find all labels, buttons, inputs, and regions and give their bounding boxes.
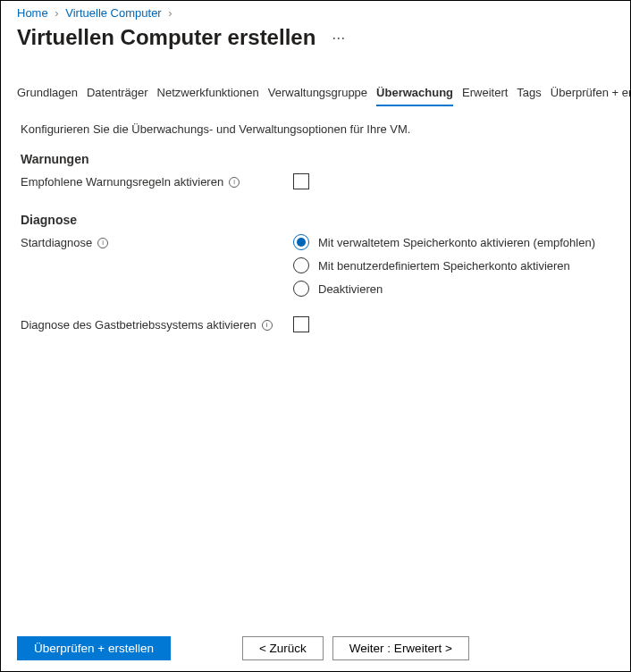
radio-option-managed[interactable]: Mit verwaltetem Speicherkonto aktivieren… xyxy=(293,234,610,250)
tab-netzwerk[interactable]: Netzwerkfunktionen xyxy=(157,86,259,106)
footer: Überprüfen + erstellen < Zurück Weiter :… xyxy=(17,636,614,660)
next-button[interactable]: Weiter : Erweitert > xyxy=(332,636,469,660)
tabs: Grundlagen Datenträger Netzwerkfunktione… xyxy=(1,66,630,106)
boot-diagnostics-label: Startdiagnose xyxy=(21,236,92,249)
guest-os-diagnostics-checkbox[interactable] xyxy=(293,316,309,332)
radio-label: Mit verwaltetem Speicherkonto aktivieren… xyxy=(318,236,595,249)
tab-erweitert[interactable]: Erweitert xyxy=(462,86,508,106)
back-button[interactable]: < Zurück xyxy=(242,636,324,660)
guest-os-diagnostics-label: Diagnose des Gastbetriebssystems aktivie… xyxy=(21,318,257,332)
breadcrumb: Home › Virtuelle Computer › xyxy=(1,1,630,21)
page-title: Virtuellen Computer erstellen xyxy=(17,25,316,50)
breadcrumb-virtual-machines[interactable]: Virtuelle Computer xyxy=(65,6,161,20)
tab-ueberwachung[interactable]: Überwachung xyxy=(376,86,453,106)
review-create-button[interactable]: Überprüfen + erstellen xyxy=(17,636,171,660)
tab-grundlagen[interactable]: Grundlagen xyxy=(17,86,78,106)
radio-label: Deaktivieren xyxy=(318,282,383,296)
more-actions-icon[interactable]: ··· xyxy=(332,29,345,47)
radio-icon xyxy=(293,281,309,297)
tab-tags[interactable]: Tags xyxy=(517,86,541,106)
section-warnungen-title: Warnungen xyxy=(21,152,610,166)
section-diagnose-title: Diagnose xyxy=(21,213,610,227)
tab-pruefen[interactable]: Überprüfen + erstellen xyxy=(551,86,631,106)
recommended-alert-rules-label: Empfohlene Warnungsregeln aktivieren xyxy=(21,175,223,189)
chevron-right-icon: › xyxy=(168,6,172,20)
form-content: Konfigurieren Sie die Überwachungs- und … xyxy=(1,106,630,332)
radio-icon xyxy=(293,257,309,273)
info-icon[interactable]: i xyxy=(229,177,240,188)
radio-label: Mit benutzerdefiniertem Speicherkonto ak… xyxy=(318,259,570,273)
intro-text: Konfigurieren Sie die Überwachungs- und … xyxy=(21,122,610,136)
tab-datentraeger[interactable]: Datenträger xyxy=(87,86,148,106)
tab-verwaltung[interactable]: Verwaltungsgruppe xyxy=(268,86,367,106)
radio-option-custom[interactable]: Mit benutzerdefiniertem Speicherkonto ak… xyxy=(293,257,610,273)
info-icon[interactable]: i xyxy=(97,238,108,248)
radio-icon xyxy=(293,234,309,250)
chevron-right-icon: › xyxy=(55,6,58,20)
recommended-alert-rules-checkbox[interactable] xyxy=(293,173,309,189)
breadcrumb-home[interactable]: Home xyxy=(17,6,48,20)
info-icon[interactable]: i xyxy=(262,320,273,331)
radio-option-disable[interactable]: Deaktivieren xyxy=(293,281,610,297)
